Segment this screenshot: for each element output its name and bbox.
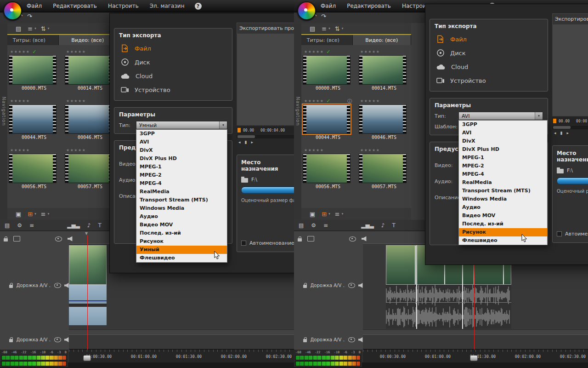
- dropdown-option[interactable]: Transport Stream (MTS): [136, 196, 227, 204]
- export-target-device[interactable]: Устройство: [435, 74, 543, 87]
- track-2-area[interactable]: [363, 334, 588, 349]
- volume-line[interactable]: [386, 302, 511, 303]
- timeline-settings-icon[interactable]: ▤: [299, 222, 304, 229]
- menu-item-3[interactable]: Настроить: [108, 3, 139, 9]
- lock-icon[interactable]: [9, 285, 13, 288]
- chevron-down-icon[interactable]: ▾: [328, 212, 330, 216]
- dropdown-option[interactable]: Послед. из-ий: [459, 220, 547, 228]
- dropdown-option[interactable]: Видео MOV: [136, 221, 227, 229]
- eye-icon[interactable]: [54, 283, 61, 288]
- prev-frame-icon[interactable]: ◂: [238, 140, 241, 144]
- menu-item-4[interactable]: Эл. магазин: [150, 3, 185, 9]
- autoname-checkbox[interactable]: [241, 241, 246, 246]
- clip-thumbnail[interactable]: [9, 104, 57, 134]
- chevron-down-icon[interactable]: ▾: [342, 212, 344, 216]
- stop-icon[interactable]: ▮: [560, 131, 563, 135]
- clip-thumbnail[interactable]: [303, 55, 351, 85]
- redo-icon[interactable]: ↷: [321, 13, 326, 20]
- dropdown-option[interactable]: Послед. из-ий: [136, 229, 227, 237]
- dropdown-option[interactable]: Windows Media: [136, 204, 227, 213]
- dropdown-option[interactable]: DivX Plus HD: [459, 145, 547, 154]
- clip-item[interactable]: ★★★★★00046.MTS: [63, 98, 117, 147]
- clip-item[interactable]: ★★★★★00057.MTS: [63, 147, 117, 196]
- dropdown-option[interactable]: 3GPP: [136, 130, 227, 138]
- lock-icon[interactable]: [303, 339, 307, 342]
- eye-icon[interactable]: [54, 337, 61, 342]
- scrubber-handle[interactable]: [470, 355, 478, 361]
- autoname-checkbox[interactable]: [557, 231, 562, 236]
- lock-icon[interactable]: [4, 238, 8, 242]
- preview-scrollbar[interactable]: [552, 126, 588, 129]
- rating-stars[interactable]: ★★★★★: [360, 148, 380, 152]
- clip-thumbnail[interactable]: [65, 55, 113, 85]
- list-view-icon[interactable]: ≡: [335, 211, 340, 218]
- dropdown-option[interactable]: MPEG-4: [136, 179, 227, 188]
- chevron-down-icon[interactable]: ▾: [48, 27, 50, 30]
- menu-item-1[interactable]: Файл: [321, 3, 336, 9]
- playhead[interactable]: [87, 235, 88, 350]
- chevron-down-icon[interactable]: ▾: [48, 212, 50, 216]
- speaker-icon[interactable]: [64, 283, 69, 288]
- track-2-area[interactable]: [69, 334, 294, 349]
- clip-thumbnail[interactable]: [359, 55, 407, 85]
- dropdown-option[interactable]: MPEG-2: [459, 162, 547, 170]
- eye-icon[interactable]: [55, 236, 62, 242]
- navigation-rail[interactable]: Navigation: [294, 23, 301, 220]
- menu-item-2[interactable]: Редактировать: [347, 3, 391, 9]
- stack-icon[interactable]: ▣: [310, 211, 315, 218]
- clip-thumbnail[interactable]: [9, 154, 57, 183]
- dropdown-option[interactable]: Рисунок: [459, 228, 547, 236]
- destination-path-row[interactable]: F:\: [557, 167, 588, 173]
- stop-icon[interactable]: ▮: [245, 140, 247, 144]
- prev-frame-icon[interactable]: ◂: [554, 131, 556, 135]
- eye-icon[interactable]: [348, 337, 355, 342]
- next-frame-icon[interactable]: ▸: [251, 140, 253, 144]
- audio-icon[interactable]: ♪: [87, 222, 91, 229]
- clip-item[interactable]: ★★★★★00014.MTS: [63, 49, 117, 98]
- library-tab-1[interactable]: Титры: (все): [0, 35, 59, 45]
- dropdown-option[interactable]: Transport Stream (MTS): [459, 187, 547, 195]
- timeline-settings-icon[interactable]: ▤: [5, 222, 10, 229]
- speaker-icon[interactable]: [68, 236, 73, 242]
- chevron-down-icon[interactable]: ▾: [342, 27, 344, 30]
- preview-scrubbar[interactable]: 00.00 00:00:04.00: [237, 126, 294, 134]
- markers-icon[interactable]: ≡: [29, 222, 34, 229]
- dropdown-option[interactable]: Флешвидео: [459, 236, 547, 245]
- rating-stars[interactable]: ★★★★★: [10, 99, 30, 103]
- timeline-clip[interactable]: [69, 245, 107, 325]
- preview-scrollbar[interactable]: [237, 135, 294, 138]
- export-target-disc[interactable]: Диск: [435, 46, 543, 60]
- clip-item[interactable]: ★★★★★00056.MTS: [7, 147, 61, 196]
- dropdown-option[interactable]: MPEG-1: [136, 163, 227, 171]
- library-tab-2[interactable]: Видео: (все): [353, 35, 412, 45]
- export-target-cloud[interactable]: Cloud: [435, 60, 543, 74]
- rating-stars[interactable]: ★★★★★: [360, 50, 380, 54]
- preview-scrubbar[interactable]: 00.00 00:00:04.00: [552, 117, 588, 125]
- dropdown-option[interactable]: MPEG-1: [459, 154, 547, 162]
- clip-thumbnail[interactable]: [65, 154, 113, 183]
- dropdown-option[interactable]: DivX: [136, 146, 227, 155]
- type-select[interactable]: AVI ▾: [458, 112, 543, 120]
- clip-thumbnail[interactable]: [359, 104, 407, 134]
- mixer-icon[interactable]: ▂▅▃: [361, 222, 374, 229]
- dropdown-option[interactable]: Аудио: [136, 213, 227, 221]
- clip-item[interactable]: ★★★★★00057.MTS: [357, 147, 411, 196]
- dropdown-option[interactable]: Умный: [136, 246, 227, 254]
- rating-stars[interactable]: ★★★★★: [304, 99, 324, 103]
- dropdown-option[interactable]: DivX Plus HD: [136, 155, 227, 163]
- lock-icon[interactable]: [303, 285, 307, 288]
- list-view-icon[interactable]: ≡: [41, 211, 46, 218]
- eye-icon[interactable]: [349, 236, 356, 242]
- dropdown-option[interactable]: AVI: [459, 129, 547, 137]
- dropdown-option[interactable]: 3GPP: [459, 121, 547, 129]
- help-icon[interactable]: ?: [195, 3, 202, 10]
- track-size-icon[interactable]: [13, 236, 20, 242]
- chevron-down-icon[interactable]: ▾: [34, 27, 36, 30]
- dropdown-option[interactable]: DivX: [459, 137, 547, 145]
- import-icon[interactable]: ▤: [310, 25, 315, 32]
- menu-item-1[interactable]: Файл: [27, 3, 42, 9]
- view-list-icon[interactable]: ≡: [28, 25, 33, 32]
- export-target-file[interactable]: Файл: [435, 32, 543, 46]
- clip-thumbnail[interactable]: [359, 154, 407, 183]
- eye-icon[interactable]: [348, 283, 355, 288]
